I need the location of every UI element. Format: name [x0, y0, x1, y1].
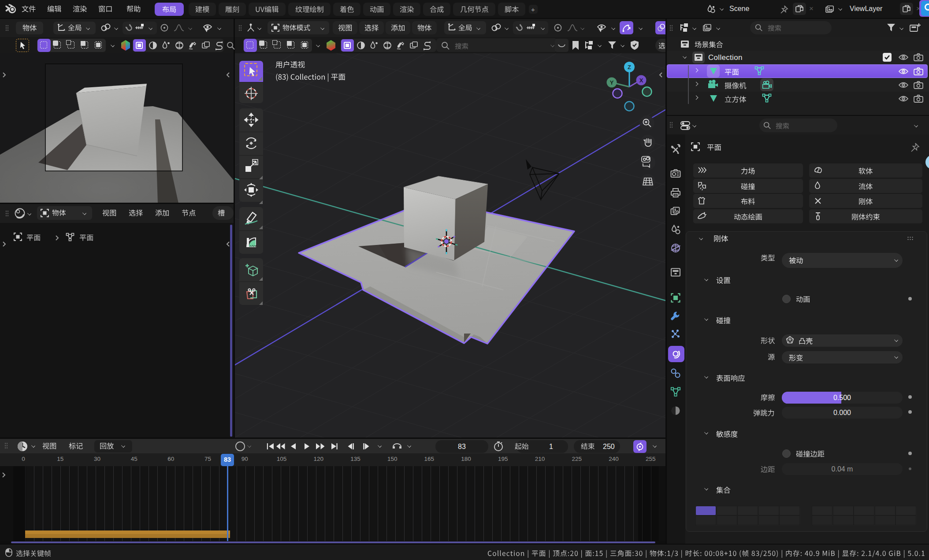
svg-text:X: X — [639, 77, 643, 84]
svg-text:Y: Y — [610, 79, 614, 86]
svg-text:Z: Z — [628, 64, 631, 70]
